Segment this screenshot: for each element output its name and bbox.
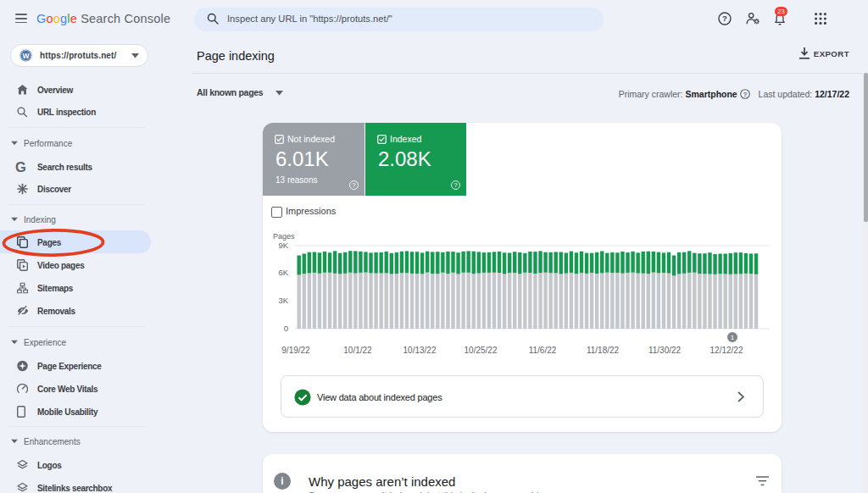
svg-text:11/6/22: 11/6/22 [529,346,557,355]
svg-text:11/30/22: 11/30/22 [648,346,682,355]
svg-text:W: W [22,52,30,60]
svg-text:1: 1 [731,334,735,341]
svg-text:10/13/22: 10/13/22 [403,346,437,355]
svg-text:12/12/22: 12/12/22 [710,346,743,355]
svg-text:3K: 3K [278,296,288,305]
svg-text:10/25/22: 10/25/22 [465,346,498,355]
svg-text:?: ? [743,91,747,98]
svg-text:10/1/22: 10/1/22 [343,346,372,355]
svg-text:9K: 9K [278,241,288,250]
svg-text:11/18/22: 11/18/22 [587,346,620,355]
svg-text:?: ? [722,14,727,23]
svg-text:0: 0 [284,324,288,333]
svg-text:6K: 6K [278,268,288,277]
svg-text:9/19/22: 9/19/22 [281,346,310,355]
